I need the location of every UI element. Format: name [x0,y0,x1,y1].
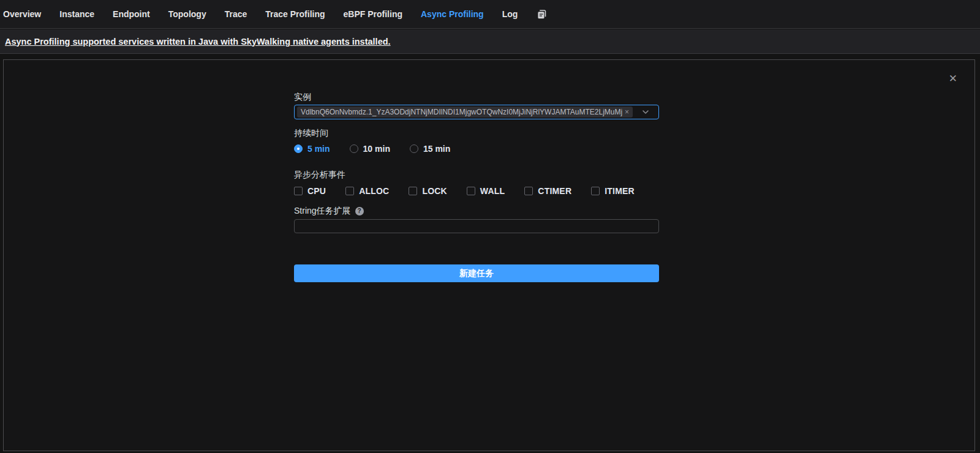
radio-label: 5 min [307,144,330,154]
checkbox-box [524,187,533,195]
tab-log[interactable]: Log [502,9,518,19]
tab-trace[interactable]: Trace [225,9,247,19]
instance-tag: VdlbnQ6OnNvbmdz.1_YzA3ODdjNTNjMDIlNDI1Mj… [297,107,633,118]
radio-label: 15 min [423,144,450,154]
checkbox-cpu[interactable]: CPU [294,186,326,196]
tab-overview[interactable]: Overview [3,9,41,19]
tag-remove-icon[interactable]: × [625,108,629,116]
tab-trace-profiling[interactable]: Trace Profiling [265,9,325,19]
question-icon[interactable]: ? [355,207,364,215]
checkbox-itimer[interactable]: ITIMER [591,186,635,196]
checkbox-label: CTIMER [538,186,571,196]
tab-topology[interactable]: Topology [168,9,206,19]
new-task-form: 实例 VdlbnQ6OnNvbmdz.1_YzA3ODdjNTNjMDIlNDI… [294,92,659,282]
duration-radio-group: 5 min 10 min 15 min [294,144,659,154]
radio-15min[interactable]: 15 min [410,144,450,154]
instance-label: 实例 [294,92,659,102]
checkbox-box [294,187,303,195]
checkbox-label: LOCK [422,186,447,196]
checkbox-label: WALL [480,186,505,196]
doc-banner: Async Profiling supported services writt… [0,29,980,54]
checkbox-box [591,187,600,195]
events-checkbox-group: CPU ALLOC LOCK WALL CTIMER [294,186,659,196]
radio-dot [294,144,303,153]
checkbox-box [345,187,354,195]
new-task-panel: ✕ 实例 VdlbnQ6OnNvbmdz.1_YzA3ODdjNTNjMDIlN… [3,59,975,451]
checkbox-label: ALLOC [359,186,389,196]
tab-endpoint[interactable]: Endpoint [113,9,150,19]
radio-label: 10 min [363,144,390,154]
checkbox-ctimer[interactable]: CTIMER [524,186,571,196]
create-task-button[interactable]: 新建任务 [294,264,659,282]
copy-docs-icon[interactable] [536,9,548,20]
close-icon[interactable]: ✕ [949,73,957,84]
page: Overview Instance Endpoint Topology Trac… [0,0,980,453]
supported-services-link[interactable]: Async Profiling supported services writt… [5,37,391,47]
chevron-down-icon[interactable] [633,108,658,116]
instance-tag-value: VdlbnQ6OnNvbmdz.1_YzA3ODdjNTNjMDIlNDI1Mj… [301,108,622,116]
instance-select[interactable]: VdlbnQ6OnNvbmdz.1_YzA3ODdjNTNjMDIlNDI1Mj… [294,105,659,119]
tab-ebpf-profiling[interactable]: eBPF Profiling [344,9,402,19]
extension-label-row: String任务扩展 ? [294,206,659,216]
radio-5min[interactable]: 5 min [294,144,330,154]
checkbox-label: ITIMER [605,186,635,196]
extension-input[interactable] [294,219,659,233]
checkbox-lock[interactable]: LOCK [409,186,447,196]
top-nav: Overview Instance Endpoint Topology Trac… [0,0,980,29]
radio-dot [410,144,418,153]
duration-label: 持续时间 [294,128,659,138]
radio-10min[interactable]: 10 min [350,144,390,154]
checkbox-wall[interactable]: WALL [467,186,505,196]
tab-async-profiling[interactable]: Async Profiling [421,9,484,19]
checkbox-label: CPU [307,186,326,196]
checkbox-box [467,187,475,195]
extension-label: String任务扩展 [294,206,351,216]
checkbox-alloc[interactable]: ALLOC [345,186,389,196]
tab-instance[interactable]: Instance [59,9,94,19]
checkbox-box [409,187,417,195]
events-label: 异步分析事件 [294,170,659,180]
radio-dot [350,144,358,153]
